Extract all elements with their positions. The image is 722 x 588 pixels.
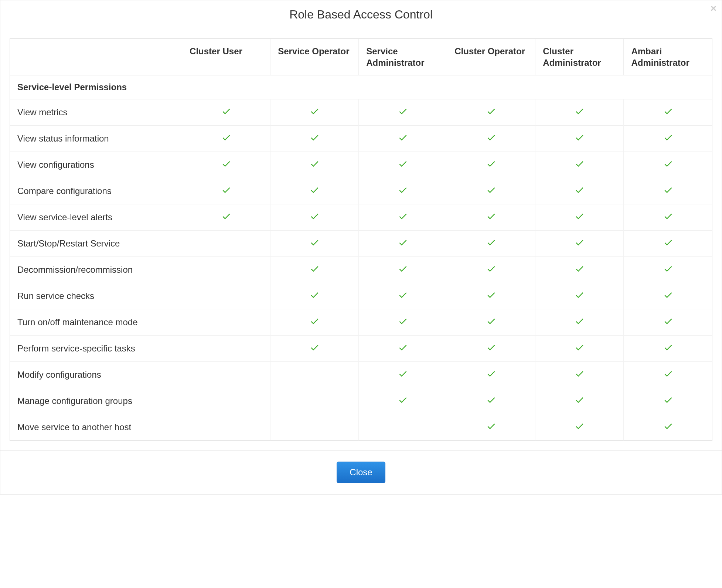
permission-label: Start/Stop/Restart Service	[10, 231, 182, 257]
table-row: Decommission/recommission	[10, 257, 712, 283]
check-icon	[486, 290, 496, 300]
check-icon	[574, 211, 585, 221]
check-icon	[663, 421, 673, 431]
permission-cell	[624, 388, 712, 414]
permission-cell	[270, 257, 359, 283]
permission-cell	[359, 152, 447, 178]
column-header-role: Service Administrator	[359, 39, 447, 75]
check-icon	[398, 185, 408, 195]
check-icon	[309, 290, 320, 300]
permission-label: Turn on/off maintenance mode	[10, 309, 182, 336]
check-icon	[663, 264, 673, 274]
permission-cell	[624, 257, 712, 283]
column-header-role: Service Operator	[270, 39, 359, 75]
permission-cell	[624, 336, 712, 362]
table-row: View configurations	[10, 152, 712, 178]
permission-cell	[447, 362, 535, 388]
check-icon	[398, 132, 408, 143]
check-icon	[663, 290, 673, 300]
permission-cell	[270, 99, 359, 126]
permission-cell	[182, 283, 270, 309]
check-icon	[309, 132, 320, 143]
permission-cell	[359, 414, 447, 441]
permission-cell	[535, 231, 624, 257]
permission-cell	[270, 126, 359, 152]
permission-label: View metrics	[10, 99, 182, 126]
check-icon	[486, 264, 496, 274]
table-row: Run service checks	[10, 283, 712, 309]
permission-cell	[447, 99, 535, 126]
permission-cell	[447, 336, 535, 362]
table-row: Compare configurations	[10, 178, 712, 204]
permission-cell	[270, 388, 359, 414]
permission-label: Run service checks	[10, 283, 182, 309]
permission-cell	[624, 362, 712, 388]
permission-cell	[182, 309, 270, 336]
permission-cell	[624, 283, 712, 309]
permission-cell	[447, 257, 535, 283]
permission-cell	[182, 257, 270, 283]
permission-cell	[182, 388, 270, 414]
table-row: Turn on/off maintenance mode	[10, 309, 712, 336]
close-button[interactable]: Close	[337, 462, 385, 483]
permission-label: Compare configurations	[10, 178, 182, 204]
permission-cell	[270, 362, 359, 388]
permission-cell	[270, 204, 359, 231]
permission-cell	[359, 126, 447, 152]
permission-cell	[535, 257, 624, 283]
permission-cell	[447, 309, 535, 336]
check-icon	[221, 159, 231, 169]
check-icon	[398, 264, 408, 274]
modal-body: Cluster UserService OperatorService Admi…	[0, 29, 722, 450]
check-icon	[398, 395, 408, 405]
permission-cell	[624, 152, 712, 178]
check-icon	[574, 316, 585, 326]
permission-label: View service-level alerts	[10, 204, 182, 231]
table-row: Perform service-specific tasks	[10, 336, 712, 362]
permission-cell	[270, 414, 359, 441]
permission-cell	[359, 336, 447, 362]
permission-cell	[535, 283, 624, 309]
permission-cell	[447, 126, 535, 152]
close-icon[interactable]: ×	[711, 3, 716, 14]
check-icon	[398, 211, 408, 221]
permission-cell	[182, 126, 270, 152]
check-icon	[574, 395, 585, 405]
section-title: Service-level Permissions	[10, 75, 712, 99]
permission-cell	[447, 204, 535, 231]
permission-cell	[624, 126, 712, 152]
column-header-role: Cluster Administrator	[535, 39, 624, 75]
permission-cell	[624, 309, 712, 336]
check-icon	[221, 106, 231, 116]
permission-cell	[182, 414, 270, 441]
permission-cell	[270, 283, 359, 309]
permission-label: Decommission/recommission	[10, 257, 182, 283]
permission-label: View status information	[10, 126, 182, 152]
table-row: View service-level alerts	[10, 204, 712, 231]
check-icon	[309, 237, 320, 248]
check-icon	[486, 237, 496, 248]
check-icon	[309, 342, 320, 353]
permission-cell	[359, 362, 447, 388]
permission-label: Move service to another host	[10, 414, 182, 441]
check-icon	[486, 211, 496, 221]
permission-cell	[447, 152, 535, 178]
check-icon	[663, 237, 673, 248]
table-scroll-area[interactable]: Service-level PermissionsView metricsVie…	[10, 75, 712, 441]
check-icon	[398, 237, 408, 248]
check-icon	[574, 342, 585, 353]
permission-cell	[270, 231, 359, 257]
permission-cell	[624, 231, 712, 257]
check-icon	[574, 237, 585, 248]
check-icon	[663, 211, 673, 221]
permission-cell	[359, 231, 447, 257]
table-header: Cluster UserService OperatorService Admi…	[10, 39, 712, 75]
table-row: Start/Stop/Restart Service	[10, 231, 712, 257]
permission-cell	[535, 309, 624, 336]
permission-cell	[535, 388, 624, 414]
permission-cell	[359, 283, 447, 309]
permission-cell	[182, 362, 270, 388]
permission-label: Manage configuration groups	[10, 388, 182, 414]
table-row: View metrics	[10, 99, 712, 126]
permission-cell	[359, 388, 447, 414]
